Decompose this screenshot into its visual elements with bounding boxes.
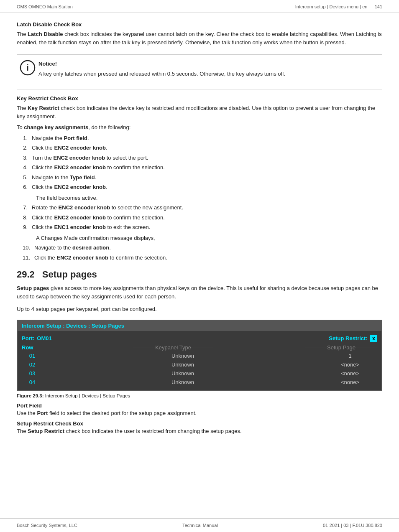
- list-item: 4. Click the ENC2 encoder knob to confir…: [17, 163, 382, 172]
- notice-body: A key only latches when pressed and rele…: [38, 70, 382, 78]
- figure-col-headers: Row ————Keypanel Type———— ————Setup Page…: [18, 344, 381, 351]
- list-item: 11. Click the ENC2 encoder knob to confi…: [17, 254, 382, 262]
- setup-sub-intro: Up to 4 setup pages per keypanel, port c…: [17, 305, 382, 313]
- latch-disable-section: Latch Disable Check Box The Latch Disabl…: [17, 21, 382, 47]
- page-header: OMS OMNEO Main Station Intercom setup | …: [0, 0, 399, 13]
- latch-disable-bold: Latch Disable: [28, 31, 63, 37]
- key-restrict-steps-cont: 7. Rotate the ENC2 encoder knob to selec…: [17, 204, 382, 232]
- key-restrict-steps: 1. Navigate the Port field. 2. Click the…: [17, 134, 382, 191]
- figure-port-row: Port: OM01 Setup Restrict: x: [18, 334, 381, 344]
- key-restrict-title: Key Restrict Check Box: [17, 95, 382, 102]
- table-row: 04 Unknown <none>: [18, 378, 381, 387]
- footer-center: Technical Manual: [182, 523, 218, 528]
- port-label: Port:: [22, 335, 34, 341]
- notice-box: i Notice! A key only latches when presse…: [17, 54, 382, 83]
- footer-right: 01-2021 | 03 | F.01U.380.820: [323, 523, 382, 528]
- header-right: Intercom setup | Devices menu | en 141: [295, 4, 382, 9]
- table-row: 03 Unknown <none>: [18, 369, 381, 378]
- section-number: 29.2: [17, 269, 35, 280]
- port-field-section: Port Field Use the Port field to select …: [17, 402, 382, 416]
- main-content: Latch Disable Check Box The Latch Disabl…: [0, 13, 399, 518]
- col-row-header: Row: [22, 344, 41, 351]
- notice-icon: i: [17, 60, 38, 76]
- list-item: 5. Navigate to the Type field.: [17, 173, 382, 182]
- figure-caption-text: Intercom Setup | Devices | Setup Pages: [45, 393, 130, 398]
- figure-caption: Figure 29.3: Intercom Setup | Devices | …: [17, 393, 382, 398]
- figure-caption-bold: Figure 29.3:: [17, 393, 44, 398]
- setup-restrict-body: The Setup Restrict check box indicates t…: [17, 428, 382, 434]
- list-item: 10. Navigate to the desired action.: [17, 244, 382, 252]
- table-row: 02 Unknown <none>: [18, 360, 381, 369]
- restrict-value: x: [370, 335, 377, 342]
- list-item: 1. Navigate the Port field.: [17, 134, 382, 143]
- latch-disable-body: The Latch Disable check box indicates th…: [17, 30, 382, 47]
- header-right-text: Intercom setup | Devices menu | en: [295, 4, 368, 9]
- notice-content: Notice! A key only latches when pressed …: [38, 60, 382, 78]
- key-restrict-bold: Key Restrict: [28, 105, 59, 111]
- divider-1: [17, 89, 382, 89]
- setup-intro: Setup pages gives access to more key ass…: [17, 284, 382, 301]
- svg-text:i: i: [26, 63, 29, 72]
- change-key-assignments-bold: change key assignments: [24, 124, 88, 130]
- port-value: OM01: [37, 335, 51, 341]
- port-bold: Port: [37, 410, 48, 416]
- header-page-number: 141: [375, 4, 382, 9]
- key-restrict-section: Key Restrict Check Box The Key Restrict …: [17, 95, 382, 262]
- setup-restrict-bold: Setup Restrict: [28, 428, 64, 434]
- header-left: OMS OMNEO Main Station: [17, 4, 73, 9]
- notice-title: Notice!: [38, 60, 382, 68]
- list-item: 8. Click the ENC2 encoder knob to confir…: [17, 214, 382, 222]
- step-9-sub: A Changes Made confirmation message disp…: [36, 234, 382, 242]
- table-row: 01 Unknown 1: [18, 351, 381, 360]
- figure-container: Intercom Setup : Devices : Setup Pages P…: [17, 320, 382, 391]
- key-restrict-body: The Key Restrict check box indicates the…: [17, 104, 382, 121]
- setup-restrict-title: Setup Restrict Check Box: [17, 420, 382, 427]
- list-item: 3. Turn the ENC2 encoder knob to select …: [17, 154, 382, 162]
- latch-disable-title: Latch Disable Check Box: [17, 21, 382, 28]
- list-item: 6. Click the ENC2 encoder knob.: [17, 183, 382, 191]
- page: OMS OMNEO Main Station Intercom setup | …: [0, 0, 399, 532]
- port-field-body: Use the Port field to select the desired…: [17, 410, 382, 416]
- step-6-sub: The field becomes active.: [36, 194, 382, 202]
- page-footer: Bosch Security Systems, LLC Technical Ma…: [0, 518, 399, 532]
- section-title: Setup pages: [42, 269, 97, 280]
- restrict-label: Setup Restrict:: [329, 335, 367, 341]
- list-item: 7. Rotate the ENC2 encoder knob to selec…: [17, 204, 382, 212]
- setup-pages-bold: Setup pages: [17, 285, 49, 291]
- section-29-2-heading: 29.2 Setup pages: [17, 269, 382, 280]
- port-field-title: Port Field: [17, 402, 382, 409]
- col-keypanel-sep: ————Keypanel Type————: [41, 344, 305, 351]
- info-icon: i: [20, 60, 36, 76]
- setup-restrict-section: Setup Restrict Check Box The Setup Restr…: [17, 420, 382, 434]
- key-restrict-steps-final: 10. Navigate to the desired action. 11. …: [17, 244, 382, 262]
- figure-body: Port: OM01 Setup Restrict: x Row ————Key…: [18, 331, 381, 390]
- col-setup-sep: ————Setup Page————: [305, 344, 377, 351]
- key-restrict-change-intro: To change key assignments, do the follow…: [17, 123, 382, 132]
- figure-title-bar: Intercom Setup : Devices : Setup Pages: [18, 321, 381, 331]
- footer-left: Bosch Security Systems, LLC: [17, 523, 77, 528]
- list-item: 9. Click the ENC1 encoder knob to exit t…: [17, 223, 382, 232]
- list-item: 2. Click the ENC2 encoder knob.: [17, 144, 382, 152]
